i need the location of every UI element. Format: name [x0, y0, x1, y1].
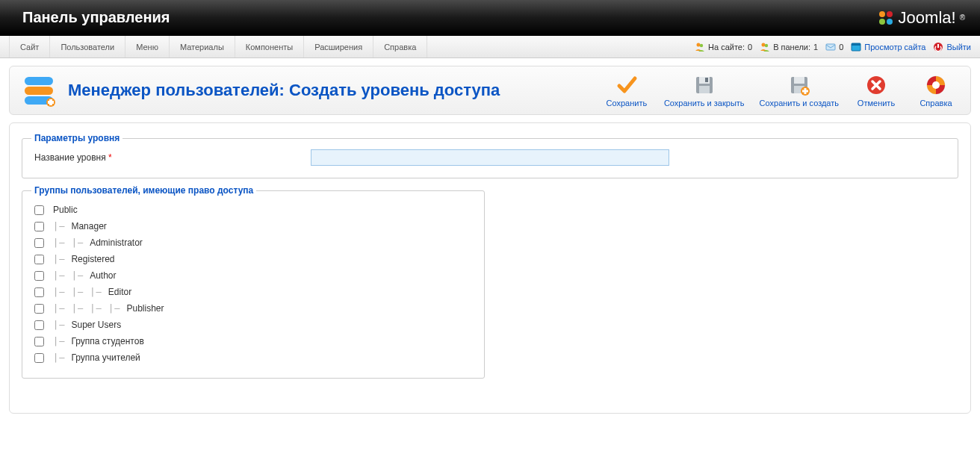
- tree-indent: |— |—: [53, 237, 84, 248]
- group-checkbox[interactable]: [34, 287, 44, 297]
- view-site-label: Просмотр сайта: [864, 43, 925, 52]
- tree-indent: |—: [53, 352, 65, 363]
- save-close-label: Сохранить и закрыть: [664, 99, 745, 108]
- group-row: |—Registered: [34, 251, 472, 267]
- logo-text: Joomla!: [899, 8, 956, 28]
- save-close-button[interactable]: Сохранить и закрыть: [664, 74, 745, 108]
- menubar: Сайт Пользователи Меню Материалы Компоне…: [0, 36, 980, 58]
- apply-icon: [615, 74, 638, 96]
- svg-point-0: [879, 11, 885, 17]
- access-levels-icon: [22, 72, 58, 108]
- svg-rect-14: [25, 87, 53, 95]
- save-icon: [693, 74, 716, 96]
- level-title-label: Название уровня *: [34, 152, 311, 163]
- tree-indent: |—: [53, 336, 65, 346]
- header-title: Панель управления: [22, 9, 170, 26]
- group-checkbox[interactable]: [34, 320, 44, 330]
- svg-point-7: [765, 43, 768, 46]
- save-new-button[interactable]: Сохранить и создать: [760, 74, 839, 108]
- svg-point-6: [762, 43, 766, 46]
- group-label: Manager: [71, 221, 106, 231]
- group-label: Группа учителей: [71, 352, 140, 363]
- on-site-label: На сайте:: [708, 43, 745, 52]
- menu-menus[interactable]: Меню: [125, 36, 170, 57]
- menu-components[interactable]: Компоненты: [235, 36, 304, 57]
- level-title-input[interactable]: [311, 149, 669, 166]
- in-panel-count: 1: [813, 43, 818, 52]
- svg-point-4: [697, 43, 701, 46]
- svg-rect-10: [852, 43, 860, 46]
- svg-point-2: [879, 19, 885, 25]
- menu-content[interactable]: Материалы: [170, 36, 235, 57]
- status-bar: На сайте: 0 В панели: 1 0 Просмотр сайта: [695, 36, 971, 57]
- svg-rect-12: [937, 44, 939, 48]
- group-row: |— |— |—Editor: [34, 284, 472, 300]
- group-label: Editor: [108, 287, 131, 297]
- group-checkbox[interactable]: [34, 337, 44, 346]
- svg-rect-28: [802, 90, 808, 92]
- svg-point-5: [700, 43, 703, 46]
- group-checkbox[interactable]: [34, 255, 44, 264]
- tree-indent: |— |—: [53, 270, 84, 281]
- required-star: *: [108, 152, 112, 163]
- joomla-logo: Joomla! ®: [877, 8, 965, 28]
- group-checkbox[interactable]: [34, 353, 44, 363]
- logout-link[interactable]: Выйти: [933, 42, 971, 52]
- header: Панель управления Joomla! ®: [0, 0, 980, 36]
- tree-indent: |— |— |— |—: [53, 303, 120, 314]
- group-checkbox[interactable]: [34, 205, 44, 215]
- user-groups-fieldset: Группы пользователей, имеющие право дост…: [22, 190, 485, 379]
- group-row: |— |—Author: [34, 267, 472, 284]
- svg-rect-24: [794, 77, 804, 84]
- save-button[interactable]: Сохранить: [604, 74, 649, 108]
- menu-site[interactable]: Сайт: [9, 36, 50, 57]
- group-label: Author: [90, 270, 116, 281]
- help-button[interactable]: Справка: [914, 74, 958, 108]
- menu-extensions[interactable]: Расширения: [304, 36, 373, 57]
- user-groups-legend: Группы пользователей, имеющие право дост…: [31, 185, 256, 196]
- group-label: Группа студентов: [71, 336, 143, 346]
- save-new-icon: [788, 74, 810, 96]
- menu-help[interactable]: Справка: [373, 36, 427, 57]
- save-new-label: Сохранить и создать: [760, 99, 839, 108]
- status-frontend-users: На сайте: 0: [695, 42, 752, 52]
- group-checkbox[interactable]: [34, 238, 44, 248]
- group-label: Super Users: [71, 320, 121, 330]
- help-icon: [925, 74, 947, 96]
- messages-count: 0: [839, 43, 843, 52]
- svg-point-3: [887, 19, 893, 25]
- users-icon: [695, 42, 705, 52]
- mail-icon: [825, 42, 836, 52]
- svg-rect-22: [705, 78, 708, 82]
- menu-users[interactable]: Пользователи: [50, 36, 125, 57]
- in-panel-label: В панели:: [773, 43, 810, 52]
- page-title: Менеджер пользователей: Создать уровень …: [68, 81, 604, 100]
- on-site-count: 0: [748, 43, 752, 52]
- group-row: |— |— |— |—Publisher: [34, 300, 472, 317]
- users-icon: [760, 42, 770, 52]
- group-row: |—Manager: [34, 218, 472, 234]
- svg-point-1: [887, 11, 893, 17]
- group-row: |—Super Users: [34, 317, 472, 333]
- status-messages[interactable]: 0: [825, 42, 843, 52]
- help-label: Справка: [919, 99, 952, 108]
- view-site-link[interactable]: Просмотр сайта: [851, 42, 925, 52]
- window-icon: [851, 42, 861, 52]
- svg-rect-8: [826, 44, 835, 50]
- group-checkbox[interactable]: [34, 304, 44, 314]
- level-title-row: Название уровня *: [34, 149, 946, 166]
- cancel-label: Отменить: [858, 99, 895, 108]
- level-details-legend: Параметры уровня: [31, 133, 122, 143]
- save-label: Сохранить: [607, 99, 648, 108]
- content-panel: Параметры уровня Название уровня * Групп…: [9, 122, 971, 414]
- group-label: Administrator: [90, 237, 143, 248]
- group-row: |—Группа учителей: [34, 349, 472, 366]
- tree-indent: |—: [53, 221, 65, 231]
- group-checkbox[interactable]: [34, 222, 44, 231]
- group-checkbox[interactable]: [34, 271, 44, 281]
- logout-icon: [933, 42, 943, 52]
- cancel-button[interactable]: Отменить: [854, 74, 899, 108]
- joomla-icon: [877, 9, 895, 27]
- toolbar: Сохранить Сохранить и закрыть Сохранить …: [604, 74, 958, 108]
- title-bar: Менеджер пользователей: Создать уровень …: [9, 66, 971, 115]
